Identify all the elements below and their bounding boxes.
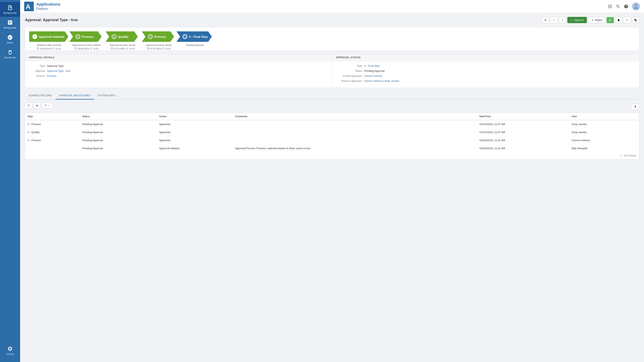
milestones-table: Step Status Action Comments Date/Time Us… — [25, 113, 639, 152]
row1-user[interactable]: Andy Jacobs — [569, 120, 639, 128]
reject-button[interactable]: Reject — [588, 17, 605, 23]
back-button[interactable] — [542, 17, 549, 23]
status-label: Status — [336, 70, 362, 72]
step-by-4: Approved by Andy Jacobs — [141, 43, 177, 47]
sidebar-item-settings[interactable]: Settings — [4, 343, 16, 358]
sidebar-item-recycle-bin[interactable]: Recycle Bin — [0, 47, 20, 61]
more-dots-icon — [626, 19, 628, 21]
refresh-button[interactable] — [25, 103, 32, 108]
process-field: Process Process — [29, 74, 328, 77]
current-approvers-value[interactable]: Connor Holmes — [364, 74, 382, 77]
workflow-step-3: Qualify Approved by Andy Jacobs 07-01-20… — [105, 31, 141, 50]
avatar[interactable] — [632, 2, 640, 10]
previous-approvers-values: Connor Holmes | Andy Jacobs — [364, 79, 399, 82]
tab-approval-milestones[interactable]: APPROVAL MILESTONES — [56, 92, 94, 99]
calendar-icon-1 — [37, 47, 39, 50]
approval-status-body: Step 3 - Final Step Status Pending Appro… — [332, 61, 639, 88]
export-button[interactable] — [632, 104, 639, 110]
refresh-icon — [27, 104, 30, 107]
approval-label: Approval — [29, 70, 45, 72]
svg-text:A: A — [26, 3, 30, 10]
step-info-1: Initiated by Billy Hemphill 18-03-2019 1… — [30, 43, 67, 50]
workflow-step-2: Process Approved by Connor Holmes 18-03-… — [68, 31, 105, 50]
step-icon-check-2 — [76, 34, 80, 39]
admin-icon — [7, 34, 13, 40]
approve-check-icon — [570, 19, 573, 21]
filter-icon — [44, 104, 47, 107]
approval-details-panel: APPROVAL DETAILS Type Approval Type Appr… — [25, 54, 332, 88]
previous-approvers-row: Previous Approvers Connor Holmes | Andy … — [336, 79, 635, 82]
row3-datetime: 03/18/2019, 11:01 AM — [477, 136, 569, 144]
details-grid: APPROVAL DETAILS Type Approval Type Appr… — [25, 54, 639, 88]
row2-datetime: 01/07/2020, 11:07 AM — [477, 128, 569, 136]
tab-source-record[interactable]: SOURCE RECORD — [25, 92, 56, 99]
step-info-5: Awaiting Approval — [177, 43, 213, 47]
step-label-2: Process — [82, 35, 94, 38]
sidebar-label-settings: Settings — [6, 353, 14, 355]
grid-icon[interactable] — [608, 4, 612, 9]
step-status-value[interactable]: 3 - Final Step — [364, 64, 380, 67]
approval-value[interactable]: Approval Type - true — [47, 69, 70, 72]
row3-user[interactable]: Connor Holmes — [569, 136, 639, 144]
step-label-5: 3 - Final Step — [189, 35, 208, 38]
step-icon-add — [32, 34, 37, 39]
workflow-step-1: Approval Initiated Initiated by Billy He… — [29, 31, 68, 50]
prev-approver-1[interactable]: Connor Holmes — [364, 79, 382, 82]
step-box-1: Approval Initiated — [29, 31, 68, 42]
wrench-button[interactable] — [632, 17, 639, 23]
next-button[interactable] — [559, 17, 566, 23]
step-by-3: Approved by Andy Jacobs — [105, 43, 141, 47]
sidebar-label-recycle-bin: Recycle Bin — [4, 56, 16, 59]
row1-comments — [232, 120, 477, 128]
table-row: 1 - Process Pending Approval Approved 03… — [25, 136, 639, 144]
back-arrow-icon — [544, 19, 547, 21]
filter-button[interactable] — [42, 103, 53, 108]
step-by-2: Approved by Connor Holmes — [68, 43, 105, 47]
more-button[interactable] — [624, 17, 631, 23]
approval-details-body: Type Approval Type Approval Approval Typ… — [25, 61, 332, 83]
row1-status: Pending Approval — [80, 120, 157, 128]
row2-user[interactable]: Andy Jacobs — [569, 128, 639, 136]
workflow-steps: Approval Initiated Initiated by Billy He… — [29, 31, 635, 50]
row2-status: Pending Approval — [80, 128, 157, 136]
step-box-2: Process — [70, 31, 102, 42]
col-comments: Comments — [232, 113, 477, 120]
data-table-container: Step Status Action Comments Date/Time Us… — [25, 113, 639, 159]
topbar: A Applications Platform — [20, 0, 644, 13]
step-icon-clock-5 — [182, 34, 187, 39]
app-name-line2: Platform — [36, 7, 60, 11]
row3-step: 1 - Process — [25, 136, 80, 144]
step-time-1: 11:01 — [55, 47, 61, 51]
sidebar-item-my-approvals[interactable]: My Approvals — [0, 2, 20, 17]
reject-x-icon — [591, 19, 594, 21]
prev-approver-2[interactable]: Andy Jacobs — [384, 79, 399, 82]
columns-button[interactable] — [34, 103, 41, 108]
pagination-info: 1 - 4 of 4 items — [25, 152, 639, 159]
row4-comments: Approval Process 'Process' selected base… — [232, 144, 477, 152]
sidebar: My Approvals All Approvals Admin Recycle… — [0, 0, 20, 362]
tab-system-info[interactable]: SYSTEM INFO — [94, 92, 119, 99]
edit-button[interactable] — [606, 17, 614, 23]
delete-trash-icon — [617, 19, 620, 21]
row4-user[interactable]: Billy Hemphill — [569, 144, 639, 152]
search-icon[interactable] — [616, 4, 620, 9]
process-value[interactable]: Process — [47, 74, 56, 77]
approve-button[interactable]: Approve — [567, 17, 587, 23]
prev-button[interactable] — [550, 17, 558, 23]
export-icon — [634, 105, 637, 108]
row3-action: Approved — [156, 136, 232, 144]
col-datetime[interactable]: Date/Time — [477, 113, 569, 120]
sidebar-item-all-approvals[interactable]: All Approvals — [0, 17, 20, 32]
sidebar-label-admin: Admin — [7, 41, 13, 44]
title-value: Approval Type - true — [43, 18, 78, 22]
approval-details-header: APPROVAL DETAILS — [25, 54, 332, 61]
content-area: Approval: Approval Type - true — [20, 13, 644, 362]
calendar-icon-2 — [74, 47, 77, 50]
columns-icon — [36, 104, 38, 107]
step-label-4: Process — [154, 35, 166, 38]
table-header: Step Status Action Comments Date/Time Us… — [25, 113, 639, 120]
sidebar-item-admin[interactable]: Admin — [0, 32, 20, 47]
help-icon[interactable] — [624, 4, 628, 9]
delete-button[interactable] — [615, 17, 622, 23]
approval-status-header: APPROVAL STATUS — [332, 54, 639, 61]
